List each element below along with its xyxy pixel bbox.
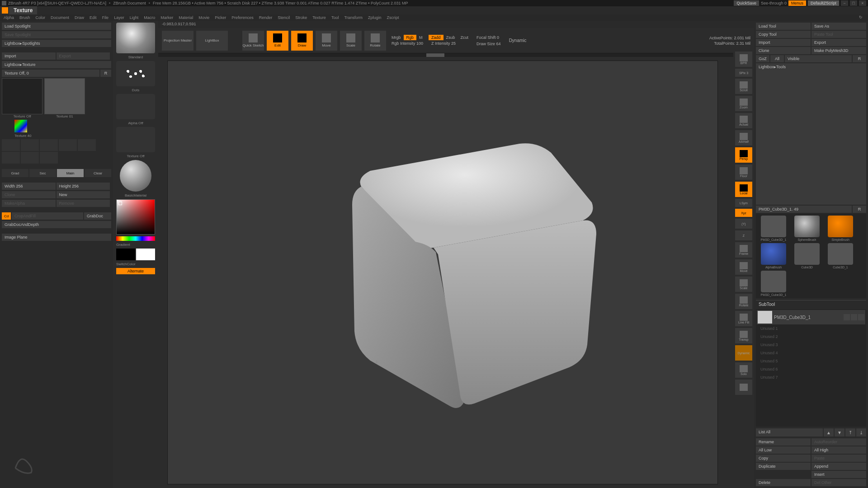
- alternate-button[interactable]: Alternate: [116, 268, 155, 274]
- tool-r-button[interactable]: R: [853, 206, 866, 213]
- grad-button[interactable]: Grad: [2, 169, 28, 177]
- draw-size-slider[interactable]: Draw Size 64: [474, 41, 504, 47]
- dynamic-button[interactable]: Dynamic: [735, 345, 752, 361]
- width-slider[interactable]: Width 256: [2, 183, 56, 190]
- make-polymesh-button[interactable]: Make PolyMesh3D: [811, 47, 866, 54]
- imageplane-button[interactable]: Image Plane: [2, 234, 111, 241]
- polyframe-button[interactable]: [735, 380, 752, 395]
- menu-file[interactable]: File: [102, 15, 109, 20]
- new-button[interactable]: New: [57, 191, 110, 198]
- menu-picker[interactable]: Picker: [215, 15, 226, 20]
- gutter-scale-button[interactable]: Scale: [735, 277, 752, 292]
- menus-button[interactable]: Menus: [788, 0, 806, 6]
- goz-visible-button[interactable]: Visible: [785, 55, 852, 62]
- stroke-thumb-dots[interactable]: [116, 61, 155, 86]
- zoom-button[interactable]: Zoom: [735, 96, 752, 111]
- tex-tool-3[interactable]: [40, 139, 58, 151]
- material-thumb[interactable]: [120, 160, 151, 192]
- main-button[interactable]: Main: [57, 169, 84, 177]
- lightbox-tools-button[interactable]: Lightbox▸Tools: [756, 63, 866, 205]
- move-button[interactable]: Move: [316, 31, 337, 51]
- move-up-icon[interactable]: ▲: [824, 428, 834, 436]
- m-button[interactable]: M: [416, 35, 425, 40]
- rgb-intensity-slider[interactable]: Rgb Intensity 100: [389, 41, 426, 46]
- duplicate-button[interactable]: Duplicate: [756, 463, 811, 470]
- quicksketch-button[interactable]: Quick Sketch: [242, 31, 264, 51]
- seethrough-slider[interactable]: See-through 0: [761, 1, 787, 5]
- lightbox-spotlights-button[interactable]: Lightbox▸Spotlights: [2, 40, 111, 47]
- tool-item-pm3d-cube[interactable]: PM3D_Cube3D_1: [758, 271, 789, 296]
- linefill-button[interactable]: Line Fill: [735, 311, 752, 326]
- tex-tool-6[interactable]: [2, 152, 20, 164]
- texture-off-button[interactable]: Texture Off, 0: [2, 70, 99, 77]
- rgb-button[interactable]: Rgb: [404, 35, 417, 40]
- zadd-button[interactable]: Zadd: [429, 35, 443, 40]
- y-button[interactable]: (Y): [735, 219, 752, 229]
- append-button[interactable]: Append: [811, 463, 866, 470]
- subtool-header[interactable]: SubTool: [756, 300, 866, 308]
- subtool-item-active[interactable]: PM3D_Cube3D_1: [757, 310, 865, 324]
- close-icon[interactable]: ×: [859, 0, 866, 6]
- menu-layer[interactable]: Layer: [114, 15, 124, 20]
- gradient-label[interactable]: Gradient: [116, 243, 155, 247]
- clear-button[interactable]: Clear: [85, 169, 111, 177]
- switchcolor-button[interactable]: SwitchColor: [116, 262, 155, 266]
- tool-item-cube[interactable]: PM3D_Cube3D_1: [758, 216, 789, 241]
- menu-stroke[interactable]: Stroke: [295, 15, 307, 20]
- tool-item-spherebrush[interactable]: SphereBrush: [791, 216, 823, 241]
- 3d-viewport[interactable]: [167, 61, 718, 484]
- maximize-icon[interactable]: □: [850, 0, 857, 6]
- export-tool-button[interactable]: Export: [811, 39, 866, 46]
- lightbox-button[interactable]: LightBox: [196, 31, 228, 51]
- menu-tool[interactable]: Tool: [331, 15, 339, 20]
- gutter-move-button[interactable]: Move: [735, 259, 752, 275]
- actual-button[interactable]: Actual: [735, 113, 752, 128]
- frame-button[interactable]: Frame: [735, 242, 752, 258]
- autoreorder-button[interactable]: AutoReorder: [811, 438, 866, 446]
- z-intensity-slider[interactable]: Z Intensity 25: [429, 41, 471, 46]
- menu-edit[interactable]: Edit: [90, 15, 97, 20]
- transp-button[interactable]: Transp: [735, 328, 752, 343]
- goz-all-button[interactable]: All: [770, 55, 784, 62]
- scale-button[interactable]: Scale: [340, 31, 362, 51]
- canvas-scrollbar[interactable]: [158, 53, 754, 57]
- tex-tool-7[interactable]: [21, 152, 39, 164]
- lightbox-texture-button[interactable]: Lightbox▸Texture: [2, 61, 111, 68]
- solo-button[interactable]: Solo: [735, 362, 752, 378]
- spix-slider[interactable]: SPix 3: [735, 69, 752, 77]
- menu-marker[interactable]: Marker: [160, 15, 173, 20]
- move-down-icon[interactable]: ▼: [835, 428, 844, 436]
- texture-slot-01[interactable]: [44, 78, 85, 114]
- goz-button[interactable]: GoZ: [756, 55, 769, 62]
- scroll-button[interactable]: Scroll: [735, 79, 752, 94]
- texture-color-swatch[interactable]: [14, 120, 27, 132]
- grabdocdepth-button[interactable]: GrabDocAndDepth: [2, 221, 111, 228]
- texture-thumb[interactable]: [116, 127, 155, 152]
- zsub-button[interactable]: Zsub: [443, 35, 458, 40]
- all-low-button[interactable]: All Low: [756, 446, 811, 454]
- eye-icon[interactable]: [844, 314, 850, 320]
- rename-button[interactable]: Rename: [756, 438, 811, 446]
- menu-render[interactable]: Render: [259, 15, 273, 20]
- menu-texture[interactable]: Texture: [312, 15, 326, 20]
- menu-brush[interactable]: Brush: [19, 15, 30, 20]
- current-tool-name[interactable]: PM3D_Cube3D_1. 49: [756, 206, 852, 213]
- list-all-button[interactable]: List All: [756, 428, 823, 436]
- bpr-button[interactable]: BPR: [735, 52, 752, 67]
- load-spotlight-button[interactable]: Load Spotlight: [2, 23, 111, 30]
- grabdoc-button[interactable]: GrabDoc: [84, 212, 111, 220]
- menu-macro[interactable]: Macro: [144, 15, 155, 20]
- projection-master-button[interactable]: Projection Master: [162, 31, 193, 51]
- tool-item-cube3d-1[interactable]: Cube3D_1: [825, 243, 856, 269]
- sec-button[interactable]: Sec: [29, 169, 56, 177]
- restore-icon[interactable]: ↻: [859, 15, 864, 20]
- import-button[interactable]: Import: [2, 52, 56, 60]
- color-swatch-white[interactable]: [136, 249, 155, 260]
- import-tool-button[interactable]: Import: [756, 39, 811, 46]
- goz-r-button[interactable]: R: [853, 55, 866, 62]
- zcut-button[interactable]: Zcut: [458, 35, 472, 40]
- load-tool-button[interactable]: Load Tool: [756, 23, 811, 30]
- local-button[interactable]: Local: [735, 182, 752, 197]
- menu-preferences[interactable]: Preferences: [231, 15, 254, 20]
- tool-item-simplebrush[interactable]: SimpleBrush: [825, 216, 856, 241]
